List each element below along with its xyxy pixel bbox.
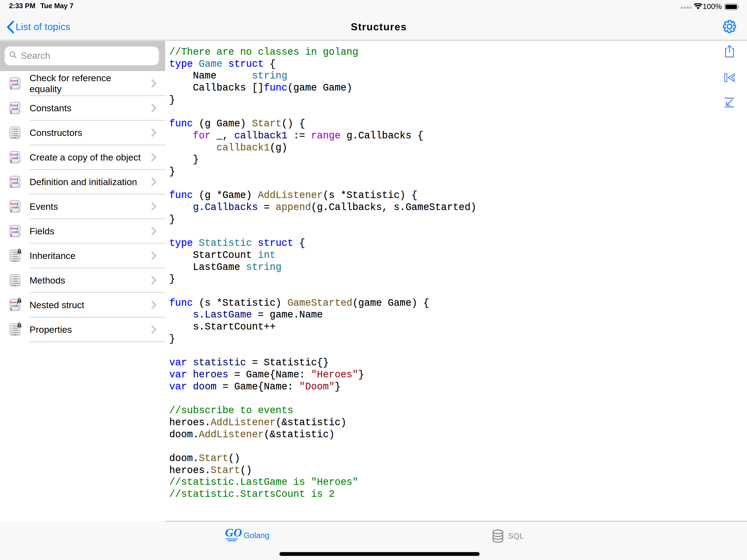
svg-text:GO: GO: [225, 526, 242, 539]
